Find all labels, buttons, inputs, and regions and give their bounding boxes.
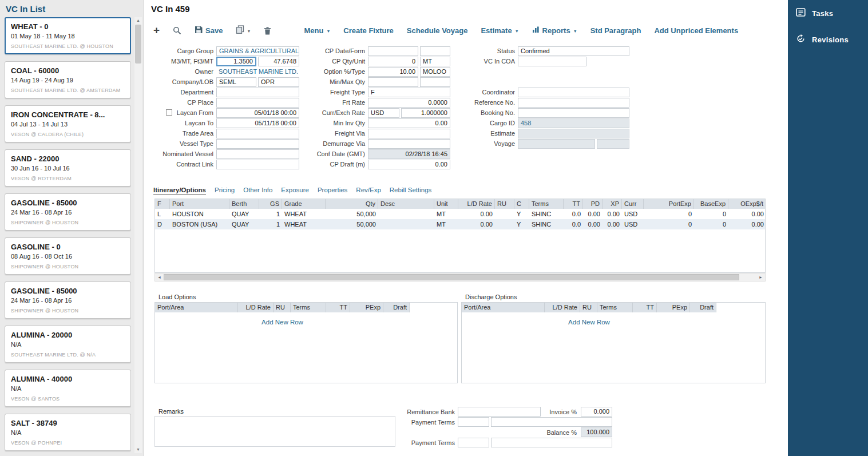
max-qty-field[interactable] <box>420 77 450 87</box>
cell-baseexp[interactable]: 0 <box>694 221 728 228</box>
scroll-right-icon[interactable]: ► <box>756 273 765 281</box>
company-field[interactable]: SEML <box>216 77 256 87</box>
exch-rate-field[interactable]: 1.000000 <box>401 108 450 118</box>
add-icon[interactable]: + <box>153 25 160 35</box>
cell-pd[interactable]: 0.00 <box>583 221 603 228</box>
cell-f[interactable]: L <box>155 211 170 217</box>
sidebar-scrollbar-thumb[interactable] <box>135 25 141 64</box>
curr-field[interactable]: USD <box>368 108 399 118</box>
sidebar-scrollbar[interactable]: ▲ ▼ <box>134 17 142 453</box>
cell-qty[interactable]: 50,000 <box>326 221 378 228</box>
cp-form-field[interactable] <box>420 46 450 56</box>
cp-qty-field[interactable]: 0 <box>368 57 418 66</box>
cell-qty[interactable]: 50,000 <box>326 211 378 217</box>
cell-f[interactable]: D <box>155 221 170 228</box>
trade-area-field[interactable] <box>216 129 299 138</box>
freight-type-field[interactable]: F <box>368 88 450 97</box>
cell-ld-rate[interactable]: 0.00 <box>458 221 495 228</box>
payment-terms-desc-field[interactable] <box>491 417 612 427</box>
cell-tt[interactable]: 0.0 <box>564 211 583 217</box>
menu-button[interactable]: Menu ▼ <box>304 26 330 35</box>
department-field[interactable] <box>216 88 299 97</box>
cell-pd[interactable]: 0.00 <box>583 211 603 217</box>
search-icon[interactable] <box>173 26 181 35</box>
tab-exposure[interactable]: Exposure <box>281 187 309 195</box>
m3mt-field[interactable]: 1.3500 <box>216 57 256 66</box>
estimate-button[interactable]: Estimate ▼ <box>481 26 518 35</box>
cell-ld-rate[interactable]: 0.00 <box>458 211 495 217</box>
schedule-voyage-button[interactable]: Schedule Voyage <box>407 26 468 35</box>
vc-in-coa-field[interactable] <box>518 57 586 66</box>
cell-grade[interactable]: WHEAT <box>282 221 326 228</box>
demurrage-via-field[interactable] <box>368 139 450 149</box>
itinerary-row[interactable]: L HOUSTON QUAY 1 WHEAT 50,000 MT 0.00 Y … <box>155 209 765 219</box>
std-paragraph-button[interactable]: Std Paragraph <box>590 26 641 35</box>
vc-in-card[interactable]: GASOLINE - 85000 24 Mar 16 - 08 Apr 16 S… <box>5 193 131 231</box>
cargo-group-field[interactable]: GRAINS & AGRICULTURAL <box>216 46 299 56</box>
cell-berth[interactable]: QUAY <box>229 211 259 217</box>
owner-field[interactable]: SOUTHEAST MARINE LTD. <box>216 67 299 77</box>
payment-terms-2-desc-field[interactable] <box>491 438 612 447</box>
option-pct-field[interactable]: 10.00 <box>368 67 418 77</box>
cell-portexp[interactable]: 0 <box>644 211 694 217</box>
coordinator-field[interactable] <box>518 88 629 97</box>
vc-in-card[interactable]: IRON CONCENTRATE - 8... 04 Jul 13 - 14 J… <box>5 105 131 142</box>
laycan-to-field[interactable]: 05/11/18 00:00 <box>216 118 299 128</box>
scroll-down-icon[interactable]: ▼ <box>134 446 142 453</box>
tasks-button[interactable]: Tasks <box>788 0 868 26</box>
tab-rev-exp[interactable]: Rev/Exp <box>356 187 381 195</box>
cell-curr[interactable]: USD <box>622 221 644 228</box>
itinerary-row[interactable]: D BOSTON (USA) QUAY 1 WHEAT 50,000 MT 0.… <box>155 219 765 229</box>
vc-in-card[interactable]: GASOLINE - 85000 24 Mar 16 - 08 Apr 16 S… <box>5 281 131 319</box>
min-qty-field[interactable] <box>368 77 418 87</box>
cell-curr[interactable]: USD <box>622 211 644 217</box>
laycan-from-field[interactable]: 05/01/18 00:00 <box>216 108 299 118</box>
status-field[interactable]: Confirmed <box>518 46 629 56</box>
cp-date-field[interactable] <box>368 46 418 56</box>
cell-grade[interactable]: WHEAT <box>282 211 326 217</box>
cell-berth[interactable]: QUAY <box>229 221 259 228</box>
cell-xp[interactable]: 0.00 <box>603 211 622 217</box>
cell-c[interactable]: Y <box>514 221 529 228</box>
copy-button[interactable]: ▼ <box>236 25 251 36</box>
vessel-type-field[interactable] <box>216 139 299 149</box>
payment-terms-code-field[interactable] <box>458 417 489 427</box>
tab-itinerary-options[interactable]: Itinerary/Options <box>153 187 206 195</box>
tab-other-info[interactable]: Other Info <box>243 187 272 195</box>
vc-in-card[interactable]: COAL - 60000 14 Aug 19 - 24 Aug 19 SOUTH… <box>5 61 131 98</box>
payment-terms-2-code-field[interactable] <box>458 438 489 447</box>
ft3mt-field[interactable]: 47.6748 <box>258 57 299 66</box>
cp-unit-field[interactable]: MT <box>420 57 450 66</box>
laycan-checkbox[interactable] <box>166 109 172 116</box>
remarks-textarea[interactable] <box>154 416 395 447</box>
cell-oexp[interactable]: 0.00 <box>728 221 766 228</box>
tab-rebill-settings[interactable]: Rebill Settings <box>390 187 432 195</box>
cell-xp[interactable]: 0.00 <box>603 221 622 228</box>
create-fixture-button[interactable]: Create Fixture <box>343 26 393 35</box>
add-unpriced-elements-button[interactable]: Add Unpriced Elements <box>654 26 738 35</box>
cell-port[interactable]: BOSTON (USA) <box>170 221 229 228</box>
vc-in-card[interactable]: GASOLINE - 0 08 Aug 16 - 08 Oct 16 SHIPO… <box>5 237 131 275</box>
itinerary-scrollbar[interactable]: ◄ ► <box>154 273 766 281</box>
cell-oexp[interactable]: 0.00 <box>728 211 766 217</box>
discharge-add-new-row-link[interactable]: Add New Row <box>462 319 716 326</box>
option-type-field[interactable]: MOLOO <box>420 67 450 77</box>
cp-place-field[interactable] <box>216 98 299 108</box>
cell-portexp[interactable]: 0 <box>644 221 694 228</box>
freight-via-field[interactable] <box>368 129 450 138</box>
cell-port[interactable]: HOUSTON <box>170 211 229 217</box>
booking-no-field[interactable] <box>518 108 629 118</box>
vc-in-card[interactable]: ALUMINA - 20000 N/A SOUTHEAST MARINE LTD… <box>5 326 131 363</box>
cell-baseexp[interactable]: 0 <box>694 211 728 217</box>
cell-unit[interactable]: MT <box>434 221 458 228</box>
reports-button[interactable]: Reports ▼ <box>532 26 577 35</box>
cell-gs[interactable]: 1 <box>259 211 282 217</box>
invoice-pct-field[interactable]: 0.000 <box>581 407 612 417</box>
tab-properties[interactable]: Properties <box>318 187 347 195</box>
scroll-left-icon[interactable]: ◄ <box>155 273 164 281</box>
itinerary-scrollbar-thumb[interactable] <box>164 274 739 280</box>
lob-field[interactable]: OPR <box>258 77 299 87</box>
load-add-new-row-link[interactable]: Add New Row <box>155 319 410 326</box>
cell-tt[interactable]: 0.0 <box>564 221 583 228</box>
frt-rate-field[interactable]: 0.0000 <box>368 98 450 108</box>
